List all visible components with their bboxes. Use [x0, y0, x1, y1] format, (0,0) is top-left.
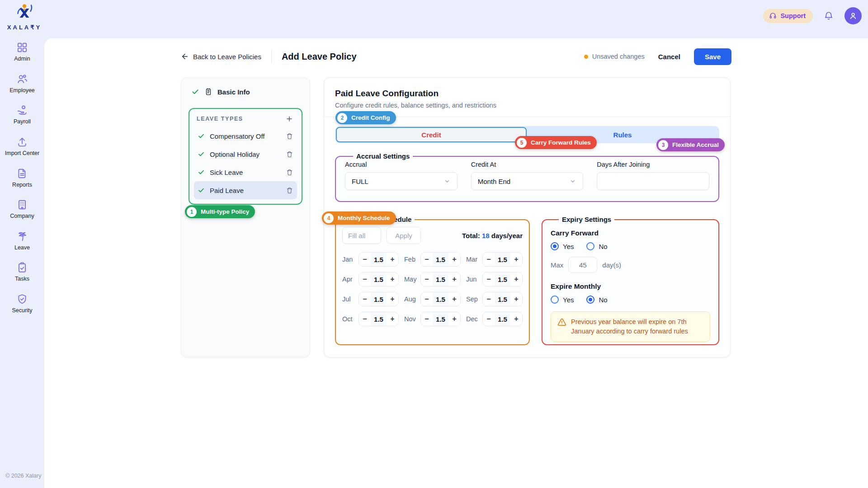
copyright-text: © 2026 Xalary — [5, 473, 41, 479]
max-unit-label: day(s) — [602, 261, 621, 269]
unsaved-changes-status: Unsaved changes — [584, 53, 645, 60]
leave-type-sick-leave[interactable]: Sick Leave — [194, 163, 297, 181]
delete-leave-type-button[interactable] — [286, 150, 293, 158]
leave-type-compensatory-off[interactable]: Compensatory Off — [194, 127, 297, 145]
paid-leave-config-card: Paid Leave Configuration Configure credi… — [324, 77, 731, 357]
accrual-select[interactable]: FULL — [345, 172, 458, 190]
check-icon — [198, 187, 205, 194]
increment-button[interactable]: + — [448, 312, 460, 326]
days-after-joining-input[interactable] — [597, 172, 709, 190]
radio-label: Yes — [563, 243, 574, 250]
radio-label: Yes — [563, 296, 574, 304]
decrement-button[interactable]: − — [483, 272, 495, 286]
expire-monthly-yes-option[interactable]: Yes — [551, 296, 574, 304]
decrement-button[interactable]: − — [359, 253, 371, 266]
sidebar-item-label: Import Center — [5, 150, 39, 157]
month-stepper-sep: Sep−1.5+ — [466, 292, 523, 306]
increment-button[interactable]: + — [510, 272, 522, 286]
leave-type-name: Sick Leave — [210, 169, 281, 176]
month-label: Jul — [342, 296, 355, 303]
month-label: Sep — [466, 296, 479, 303]
callout-number: 4 — [324, 213, 334, 223]
increment-button[interactable]: + — [510, 292, 522, 306]
sidebar-item-payroll[interactable]: Payroll — [0, 103, 44, 127]
add-leave-type-button[interactable] — [285, 114, 294, 123]
sidebar-item-label: Admin — [14, 56, 30, 63]
max-days-input[interactable] — [568, 257, 597, 273]
credit-at-selected-value: Month End — [478, 178, 570, 185]
clipboard-check-icon — [16, 262, 28, 273]
increment-button[interactable]: + — [510, 312, 522, 326]
sidebar-item-admin[interactable]: Admin — [0, 40, 44, 65]
accrual-label: Accrual — [345, 161, 458, 168]
sidebar-item-label: Employee — [9, 87, 35, 94]
decrement-button[interactable]: − — [359, 292, 371, 306]
credit-at-select[interactable]: Month End — [471, 172, 584, 190]
basic-info-step[interactable]: Basic Info — [189, 87, 302, 97]
decrement-button[interactable]: − — [483, 292, 495, 306]
accrual-settings-legend: Accrual Settings — [353, 152, 413, 160]
month-stepper-oct: Oct−1.5+ — [342, 312, 399, 326]
sidebar-item-security[interactable]: Security — [0, 291, 44, 316]
app-logo: XALA₹Y — [5, 3, 43, 31]
decrement-button[interactable]: − — [483, 253, 495, 266]
decrement-button[interactable]: − — [421, 253, 433, 266]
delete-leave-type-button[interactable] — [286, 169, 293, 176]
decrement-button[interactable]: − — [359, 272, 371, 286]
expire-monthly-label: Expire Monthly — [551, 282, 710, 291]
month-stepper-aug: Aug−1.5+ — [404, 292, 461, 306]
notifications-bell-icon[interactable] — [824, 11, 834, 21]
back-to-leave-policies-link[interactable]: Back to Leave Policies — [181, 52, 261, 61]
increment-button[interactable]: + — [448, 292, 460, 306]
apply-button[interactable]: Apply — [387, 227, 421, 244]
decrement-button[interactable]: − — [421, 312, 433, 326]
delete-leave-type-button[interactable] — [286, 187, 293, 194]
increment-button[interactable]: + — [387, 253, 398, 266]
callout-label: Carry Forward Rules — [531, 139, 591, 146]
decrement-button[interactable]: − — [359, 312, 371, 326]
sidebar-item-reports[interactable]: Reports — [0, 166, 44, 191]
expire-monthly-no-option[interactable]: No — [586, 296, 607, 304]
callout-label: Monthly Schedule — [338, 215, 390, 221]
month-label: Oct — [342, 315, 355, 323]
leave-types-title: LEAVE TYPES — [197, 116, 243, 122]
support-button[interactable]: Support — [763, 9, 813, 23]
carry-forward-yes-option[interactable]: Yes — [551, 242, 574, 250]
increment-button[interactable]: + — [448, 272, 460, 286]
decrement-button[interactable]: − — [483, 312, 495, 326]
sidebar-item-leave[interactable]: Leave — [0, 229, 44, 253]
sidebar-item-company[interactable]: Company — [0, 197, 44, 222]
increment-button[interactable]: + — [387, 292, 398, 306]
leave-type-name: Compensatory Off — [210, 132, 281, 140]
month-label: Apr — [342, 276, 355, 283]
delete-leave-type-button[interactable] — [286, 132, 293, 140]
decrement-button[interactable]: − — [421, 272, 433, 286]
leave-types-header: LEAVE TYPES — [194, 114, 297, 127]
trash-icon — [286, 169, 293, 176]
increment-button[interactable]: + — [387, 272, 398, 286]
sidebar-item-tasks[interactable]: Tasks — [0, 260, 44, 285]
decrement-button[interactable]: − — [421, 292, 433, 306]
cancel-button[interactable]: Cancel — [658, 53, 680, 61]
leave-type-optional-holiday[interactable]: Optional Holiday — [194, 145, 297, 163]
leave-type-paid-leave[interactable]: Paid Leave — [194, 181, 297, 199]
carry-forward-no-option[interactable]: No — [586, 242, 607, 250]
month-label: Jan — [342, 256, 355, 263]
increment-button[interactable]: + — [448, 253, 460, 266]
user-avatar[interactable] — [844, 7, 862, 24]
sidebar-item-employee[interactable]: Employee — [0, 71, 44, 96]
chevron-down-icon — [443, 178, 451, 185]
back-link-label: Back to Leave Policies — [193, 53, 261, 61]
sidebar-item-import-center[interactable]: Import Center — [0, 134, 44, 159]
increment-button[interactable]: + — [510, 253, 522, 266]
accrual-selected-value: FULL — [352, 178, 443, 185]
status-text: Unsaved changes — [592, 53, 645, 60]
palm-tree-icon — [16, 230, 28, 242]
tab-credit[interactable]: Credit — [336, 127, 527, 142]
expiry-settings-legend: Expiry Settings — [559, 216, 614, 223]
month-label: Mar — [466, 256, 479, 263]
fill-all-input[interactable] — [342, 227, 381, 244]
save-button[interactable]: Save — [694, 48, 731, 65]
increment-button[interactable]: + — [387, 312, 398, 326]
trash-icon — [286, 150, 293, 158]
